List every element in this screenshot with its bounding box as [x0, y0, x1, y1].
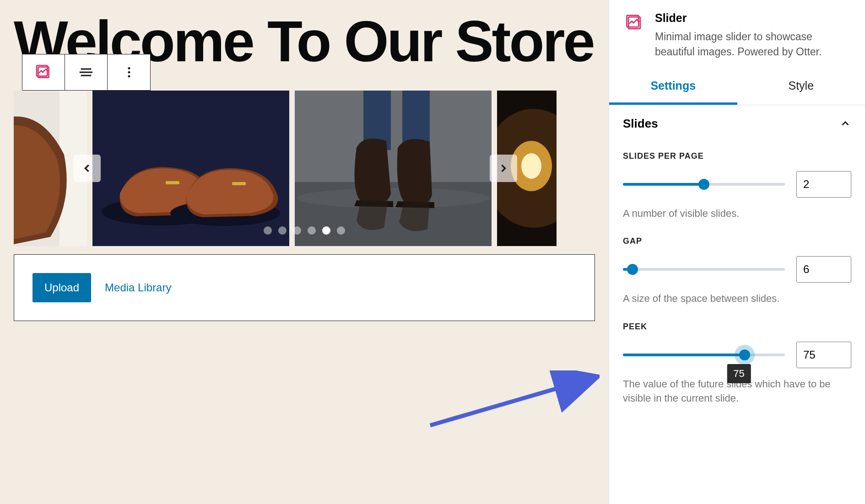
control-peek: PEEK 75 The value of the future slides w…	[623, 322, 851, 406]
slider-dot[interactable]	[264, 226, 272, 235]
svg-line-24	[430, 379, 590, 425]
control-label: GAP	[623, 236, 851, 246]
svg-rect-13	[166, 181, 179, 184]
svg-point-6	[128, 71, 130, 74]
slides-per-page-slider[interactable]	[623, 179, 785, 190]
slider-block[interactable]	[14, 91, 595, 246]
control-gap: GAP A size of the space between slides.	[623, 236, 851, 306]
media-library-link[interactable]: Media Library	[105, 281, 171, 294]
inspector-tabs: Settings Style	[609, 69, 865, 105]
align-button[interactable]	[65, 54, 108, 90]
editor-canvas: Welcome To Our Store	[0, 0, 609, 504]
control-label: PEEK	[623, 322, 851, 332]
svg-point-7	[128, 75, 130, 77]
panel-title: Slides	[623, 117, 658, 131]
control-help: A number of visible slides.	[623, 207, 851, 221]
tab-settings[interactable]: Settings	[609, 69, 737, 105]
slider-dot[interactable]	[337, 226, 345, 235]
slider-prev-button[interactable]	[73, 155, 101, 182]
tab-style[interactable]: Style	[737, 69, 865, 105]
slider-block-icon	[623, 11, 646, 34]
slider-dot[interactable]	[293, 226, 301, 235]
svg-rect-14	[232, 182, 246, 185]
slider-dot[interactable]	[308, 226, 316, 235]
block-title: Slider	[655, 11, 851, 25]
control-help: A size of the space between slides.	[623, 292, 851, 306]
block-card: Slider Minimal image slider to showcase …	[609, 0, 865, 69]
more-options-button[interactable]	[108, 54, 150, 90]
block-toolbar	[22, 54, 151, 91]
gap-slider[interactable]	[623, 264, 785, 275]
slider-tooltip: 75	[727, 364, 751, 383]
panel-toggle-slides[interactable]: Slides	[623, 117, 851, 135]
control-slides-per-page: SLIDES PER PAGE A number of visible slid…	[623, 151, 851, 221]
gap-input[interactable]	[796, 256, 851, 283]
slide-1	[92, 91, 289, 246]
slides-per-page-input[interactable]	[796, 171, 851, 198]
media-placeholder: Upload Media Library	[14, 254, 595, 321]
svg-point-23	[521, 153, 541, 179]
peek-slider[interactable]: 75	[623, 349, 785, 360]
slider-dot[interactable]	[278, 226, 287, 235]
annotation-arrow-icon	[426, 370, 600, 430]
slider-dot[interactable]	[322, 226, 330, 235]
svg-point-5	[128, 67, 130, 70]
peek-input[interactable]	[796, 342, 851, 368]
inspector-sidebar: Slider Minimal image slider to showcase …	[609, 0, 865, 504]
control-label: SLIDES PER PAGE	[623, 151, 851, 161]
block-description: Minimal image slider to showcase beautif…	[655, 29, 851, 60]
slider-pagination[interactable]	[264, 226, 345, 235]
upload-button[interactable]: Upload	[32, 273, 91, 302]
block-type-button[interactable]	[22, 54, 65, 90]
panel-slides: Slides SLIDES PER PAGE A number of visib…	[609, 105, 865, 417]
slide-2	[295, 91, 492, 246]
slider-next-button[interactable]	[490, 155, 517, 182]
chevron-up-icon	[839, 118, 851, 129]
